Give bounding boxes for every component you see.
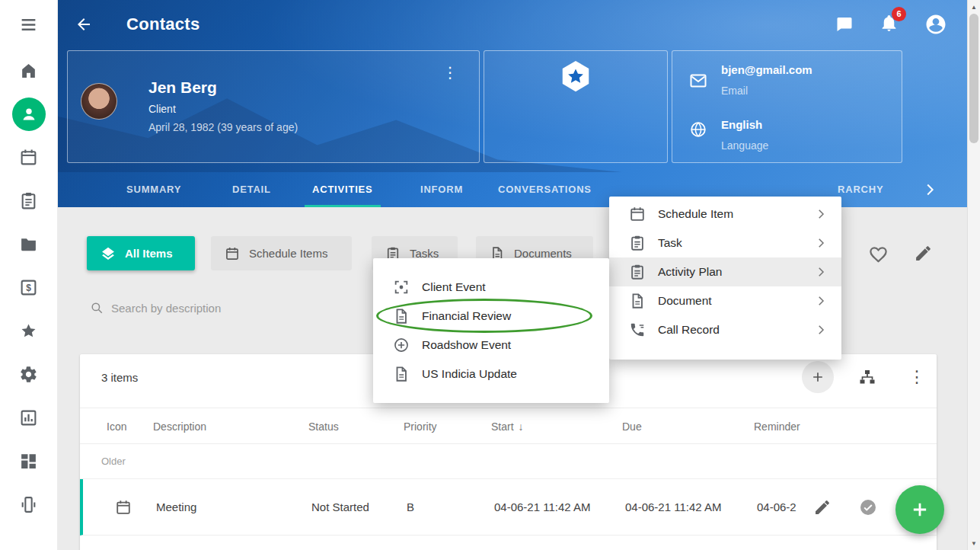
filter-all-items-label: All Items [125, 247, 173, 260]
tabs-chevron-right-icon[interactable] [921, 181, 938, 198]
filter-schedule-items-button[interactable]: Schedule Items [211, 236, 352, 270]
scrollbar-thumb[interactable] [969, 14, 978, 143]
col-status[interactable]: Status [308, 408, 339, 445]
notifications-button[interactable]: 6 [879, 14, 899, 36]
phone-vibrate-icon [19, 495, 38, 514]
sidebar-item-favorites[interactable] [0, 309, 58, 353]
tab-activities[interactable]: ACTIVITIES [312, 172, 373, 207]
menu-item-call-record[interactable]: Call Record [609, 315, 841, 344]
scrollbar-down-icon[interactable]: ▼ [968, 537, 980, 549]
row-complete-check-icon[interactable] [859, 498, 877, 516]
tab-summary[interactable]: SUMMARY [126, 172, 181, 207]
folder-icon [19, 235, 38, 254]
sidebar-item-mobile[interactable] [0, 483, 58, 526]
app-screen: $ [0, 0, 980, 550]
sidebar-item-contacts[interactable] [0, 92, 58, 136]
sidebar-item-billing[interactable]: $ [0, 266, 58, 309]
table-row[interactable]: Meeting Not Started B 04-06-21 11:42 AM … [80, 479, 937, 536]
contact-identity-card: Jen Berg Client April 28, 1982 (39 years… [67, 50, 480, 163]
sidebar-menu-button[interactable] [0, 0, 58, 49]
menu-item-label: Schedule Item [658, 200, 733, 229]
col-priority[interactable]: Priority [404, 408, 437, 445]
contact-email-value: bjen@gmail.com [721, 63, 812, 76]
chevron-right-icon [814, 236, 828, 250]
row-description: Meeting [156, 479, 196, 536]
chat-icon[interactable] [835, 15, 854, 34]
menu-item-schedule-item[interactable]: Schedule Item [609, 200, 841, 229]
calendar-icon [115, 499, 132, 516]
add-item-button[interactable] [802, 361, 834, 393]
email-icon [689, 72, 707, 90]
person-icon [20, 105, 38, 123]
bar-chart-icon [19, 408, 38, 427]
search-icon [90, 301, 104, 315]
chevron-right-icon [814, 207, 828, 221]
submenu-item-label: Client Event [422, 273, 486, 302]
sidebar-item-tasks[interactable] [0, 179, 58, 222]
calendar-icon [19, 148, 38, 167]
menu-item-task[interactable]: Task [609, 229, 841, 257]
calendar-icon [629, 206, 646, 222]
col-due[interactable]: Due [622, 408, 642, 445]
client-event-icon [393, 279, 410, 296]
contact-header: Contacts 6 Jen Berg Cl [58, 0, 967, 207]
row-priority: B [407, 479, 414, 536]
account-icon[interactable] [924, 13, 947, 36]
document-icon [629, 293, 646, 309]
star-badge-icon[interactable] [558, 59, 593, 94]
filter-all-items-button[interactable]: All Items [87, 236, 195, 270]
sort-desc-icon: ↓ [519, 420, 524, 433]
group-row-older[interactable]: Older [80, 444, 937, 479]
fab-add-button[interactable] [895, 485, 944, 534]
svg-text:$: $ [26, 283, 31, 293]
submenu-item-roadshow-event[interactable]: Roadshow Event [373, 331, 609, 360]
table-menu-icon[interactable]: ⋮ [908, 367, 925, 387]
edit-pencil-icon[interactable] [914, 244, 933, 263]
tab-inform[interactable]: INFORM [420, 172, 463, 207]
group-label: Older [101, 444, 126, 479]
chevron-right-icon [814, 294, 828, 308]
sidebar-item-dashboard[interactable] [0, 440, 58, 483]
col-description[interactable]: Description [153, 408, 206, 445]
tab-detail[interactable]: DETAIL [232, 172, 271, 207]
contact-badge-card [484, 50, 668, 163]
table-header-row: Icon Description Status Priority Start↓ … [80, 408, 937, 444]
scrollbar-up-icon[interactable]: ▲ [968, 1, 980, 13]
favorite-heart-icon[interactable] [868, 244, 889, 264]
sidebar-item-documents[interactable] [0, 222, 58, 266]
activity-plan-submenu: Client Event Financial Review Roadshow E… [373, 258, 609, 403]
submenu-item-us-indicia-update[interactable]: US Indicia Update [373, 360, 609, 389]
home-icon [19, 61, 38, 80]
contact-avatar[interactable] [81, 83, 117, 120]
back-arrow-icon[interactable] [75, 15, 93, 34]
menu-item-activity-plan[interactable]: Activity Plan [609, 257, 841, 286]
hierarchy-view-icon[interactable] [858, 368, 876, 386]
contact-language-label: Language [721, 139, 768, 152]
tab-conversations[interactable]: CONVERSATIONS [498, 172, 592, 207]
contact-details-card: bjen@gmail.com Email English Language [672, 50, 902, 163]
row-edit-pencil-icon[interactable] [813, 498, 832, 516]
page-scrollbar[interactable]: ▲ ▼ [967, 0, 980, 550]
col-start[interactable]: Start↓ [491, 408, 524, 445]
col-icon: Icon [107, 408, 126, 445]
row-due: 04-06-21 11:42 AM [625, 479, 721, 536]
chevron-right-icon [814, 323, 828, 337]
document-icon [393, 366, 410, 382]
menu-item-label: Document [658, 286, 712, 315]
menu-item-document[interactable]: Document [609, 286, 841, 315]
card-menu-icon[interactable]: ⋮ [442, 65, 458, 80]
search-input[interactable] [111, 302, 355, 315]
submenu-item-financial-review[interactable]: Financial Review [373, 302, 609, 331]
contact-name: Jen Berg [148, 78, 217, 97]
tab-hierarchy-partial[interactable]: RARCHY [838, 172, 883, 207]
col-reminder[interactable]: Reminder [754, 408, 800, 445]
sidebar-item-reports[interactable] [0, 396, 58, 440]
phone-call-icon [629, 321, 646, 338]
sidebar-item-calendar[interactable] [0, 136, 58, 179]
sidebar-item-home[interactable] [0, 49, 58, 92]
submenu-item-client-event[interactable]: Client Event [373, 273, 609, 302]
filter-schedule-items-label: Schedule Items [249, 247, 327, 260]
sidebar-item-settings[interactable] [0, 353, 58, 396]
globe-icon [689, 120, 707, 139]
search-bar [90, 297, 379, 318]
